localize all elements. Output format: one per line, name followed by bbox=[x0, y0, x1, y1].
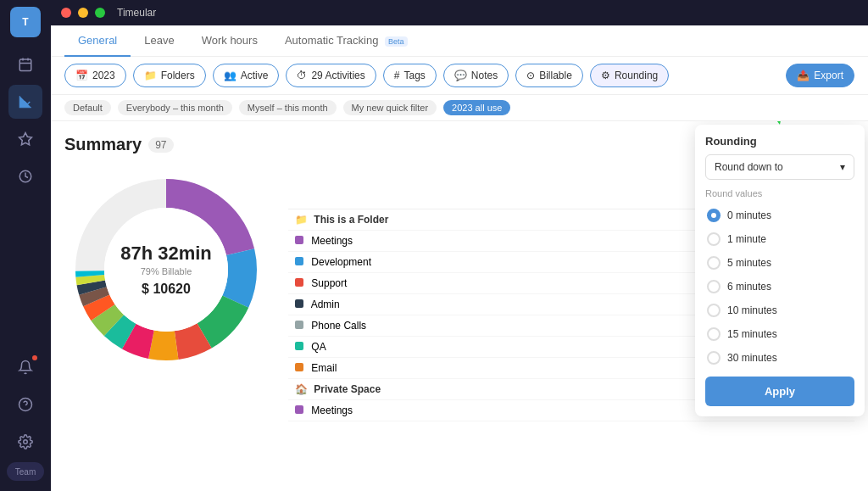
round-values-label: Round values bbox=[705, 188, 854, 198]
radio-circle-10min bbox=[707, 304, 721, 317]
sidebar-item-timer[interactable] bbox=[8, 159, 42, 193]
calendar-icon: 📅 bbox=[75, 70, 88, 81]
summary-count: 97 bbox=[148, 137, 173, 153]
quick-filter-everybody[interactable]: Everybody – this month bbox=[118, 100, 232, 115]
active-filter-button[interactable]: 👥 Active bbox=[213, 64, 280, 87]
radio-circle-15min bbox=[707, 327, 721, 341]
hash-icon: # bbox=[394, 70, 400, 81]
home-icon: 🏠 bbox=[295, 383, 308, 395]
users-icon: 👥 bbox=[224, 70, 236, 81]
folders-filter-button[interactable]: 📁 Folders bbox=[133, 64, 206, 87]
activity-name: Meetings bbox=[288, 231, 673, 252]
activity-color-icon bbox=[295, 405, 303, 414]
sidebar-item-help[interactable] bbox=[8, 388, 42, 421]
activity-color-icon bbox=[295, 363, 303, 371]
rounding-filter-button[interactable]: ⚙ Rounding bbox=[590, 64, 669, 87]
activity-name: Development bbox=[288, 252, 673, 273]
tab-work-hours[interactable]: Work hours bbox=[188, 25, 271, 57]
radio-circle-0min bbox=[707, 209, 721, 222]
maximize-button[interactable] bbox=[95, 8, 105, 18]
tab-general[interactable]: General bbox=[64, 25, 131, 57]
sidebar-item-insights[interactable] bbox=[8, 85, 42, 119]
tab-leave[interactable]: Leave bbox=[131, 25, 187, 57]
activity-color-icon bbox=[295, 257, 303, 265]
activity-name: Phone Calls bbox=[288, 315, 673, 337]
radio-option-30min[interactable]: 30 minutes bbox=[705, 346, 854, 370]
tab-automatic-tracking[interactable]: Automatic Tracking Beta bbox=[271, 25, 421, 57]
radio-circle-6min bbox=[707, 280, 721, 293]
quick-filter-default[interactable]: Default bbox=[64, 100, 111, 115]
total-amount: $ 10620 bbox=[120, 282, 212, 297]
radio-option-5min[interactable]: 5 minutes bbox=[705, 251, 854, 275]
billable-filter-button[interactable]: ⊙ Billable bbox=[515, 64, 583, 87]
top-nav: General Leave Work hours Automatic Track… bbox=[51, 25, 868, 57]
activity-name: Meetings bbox=[288, 400, 673, 421]
folder-name: 🏠 Private Space bbox=[288, 379, 673, 400]
main-panel: Timeular General Leave Work hours Automa… bbox=[51, 0, 868, 491]
activity-name: Email bbox=[288, 358, 673, 379]
svg-point-8 bbox=[24, 440, 28, 444]
minimize-button[interactable] bbox=[78, 8, 88, 18]
radio-circle-1min bbox=[707, 232, 721, 246]
svg-marker-24 bbox=[771, 121, 782, 125]
sidebar-item-calendar[interactable] bbox=[8, 47, 42, 81]
radio-option-15min[interactable]: 15 minutes bbox=[705, 322, 854, 346]
timer-icon: ⏱ bbox=[297, 70, 307, 81]
billable-icon: ⊙ bbox=[526, 70, 535, 81]
rounding-panel: Rounding Round down to ▾ Round values 0 … bbox=[695, 125, 865, 416]
sidebar: T Team bbox=[0, 0, 51, 491]
activity-name: Admin bbox=[288, 294, 673, 315]
export-icon: 📤 bbox=[797, 70, 810, 81]
folder-icon: 📁 bbox=[144, 70, 157, 81]
quick-filters-bar: Default Everybody – this month Myself – … bbox=[51, 95, 868, 121]
quick-filter-myself[interactable]: Myself – this month bbox=[239, 100, 337, 115]
sidebar-item-notifications[interactable] bbox=[8, 350, 42, 384]
activity-color-icon bbox=[295, 236, 303, 244]
folder-icon: 📁 bbox=[295, 214, 308, 226]
radio-circle-30min bbox=[707, 351, 721, 365]
summary-title: Summary bbox=[64, 135, 142, 154]
team-label[interactable]: Team bbox=[7, 462, 44, 481]
sidebar-item-activities[interactable] bbox=[8, 122, 42, 156]
radio-option-1min[interactable]: 1 minute bbox=[705, 227, 854, 251]
activity-name: QA bbox=[288, 337, 673, 358]
rounding-panel-title: Rounding bbox=[705, 135, 854, 148]
apply-button[interactable]: Apply bbox=[705, 377, 854, 406]
tags-filter-button[interactable]: # Tags bbox=[383, 64, 437, 87]
content-area: Summary 97 bbox=[51, 121, 868, 491]
notes-icon: 💬 bbox=[454, 70, 467, 81]
total-time: 87h 32min bbox=[120, 243, 212, 265]
notes-filter-button[interactable]: 💬 Notes bbox=[443, 64, 509, 87]
green-arrow-annotation bbox=[767, 121, 818, 132]
close-button[interactable] bbox=[61, 8, 71, 18]
export-button[interactable]: 📤 Export bbox=[786, 64, 854, 87]
gear-icon: ⚙ bbox=[601, 70, 610, 81]
chevron-down-icon: ▾ bbox=[840, 161, 845, 173]
folder-name: 📁 This is a Folder bbox=[288, 209, 673, 231]
round-direction-select[interactable]: Round down to ▾ bbox=[705, 154, 854, 180]
radio-circle-5min bbox=[707, 256, 721, 270]
activities-filter-button[interactable]: ⏱ 29 Activities bbox=[286, 64, 376, 87]
activity-name: Support bbox=[288, 273, 673, 294]
quick-filter-2023[interactable]: 2023 all use bbox=[443, 100, 510, 115]
radio-option-0min[interactable]: 0 minutes bbox=[705, 204, 854, 227]
activity-color-icon bbox=[295, 342, 303, 350]
name-col-header bbox=[288, 192, 673, 209]
sidebar-item-settings[interactable] bbox=[8, 425, 42, 459]
quick-filter-new[interactable]: My new quick filter bbox=[343, 100, 437, 115]
donut-chart: 87h 32min 79% Billable $ 10620 bbox=[64, 168, 268, 371]
filter-bar: 📅 2023 📁 Folders 👥 Active ⏱ 29 Activitie… bbox=[51, 57, 868, 95]
activity-color-icon bbox=[295, 278, 303, 287]
activity-color-icon bbox=[295, 299, 303, 308]
activity-color-icon bbox=[295, 321, 303, 329]
titlebar: Timeular bbox=[51, 0, 868, 25]
radio-option-6min[interactable]: 6 minutes bbox=[705, 275, 854, 299]
svg-rect-0 bbox=[19, 59, 31, 71]
billable-pct: 79% Billable bbox=[120, 266, 212, 276]
app-title: Timeular bbox=[117, 7, 156, 19]
app-logo: T bbox=[10, 7, 41, 37]
svg-marker-4 bbox=[19, 133, 32, 145]
beta-badge: Beta bbox=[385, 36, 408, 47]
year-filter-button[interactable]: 📅 2023 bbox=[64, 64, 126, 87]
radio-option-10min[interactable]: 10 minutes bbox=[705, 299, 854, 322]
